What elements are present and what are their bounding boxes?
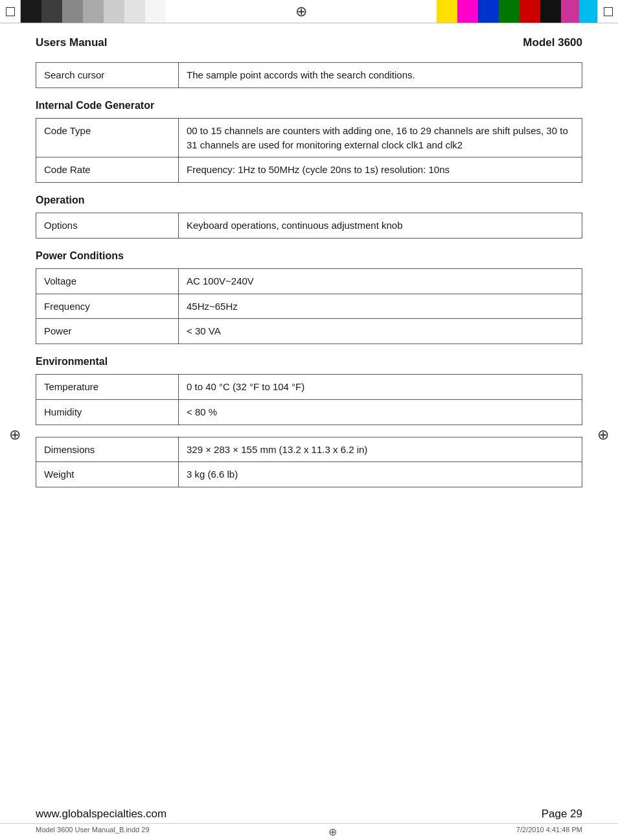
left-color-swatches bbox=[21, 0, 166, 23]
model-title: Model 3600 bbox=[523, 36, 582, 49]
section-heading-environmental: Environmental bbox=[36, 356, 582, 368]
operation-table: Options Keyboard operations, continuous … bbox=[36, 213, 582, 239]
table-row: Frequency 45Hz~65Hz bbox=[36, 294, 582, 319]
cell-value: 0 to 40 °C (32 °F to 104 °F) bbox=[179, 375, 582, 400]
center-registration-mark: ⊕ bbox=[295, 3, 307, 20]
table-row: Humidity < 80 % bbox=[36, 399, 582, 425]
bottom-strip: Model 3600 User Manual_B.indd 29 ⊕ 7/2/2… bbox=[0, 823, 618, 840]
footer-url: www.globalspecialties.com bbox=[36, 808, 166, 821]
code-generator-table: Code Type 00 to 15 channels are counters… bbox=[36, 118, 582, 183]
cell-label: Power bbox=[36, 319, 179, 344]
table-row: Weight 3 kg (6.6 lb) bbox=[36, 462, 582, 487]
cell-value: 00 to 15 channels are counters with addi… bbox=[179, 118, 582, 158]
power-table: Voltage AC 100V~240V Frequency 45Hz~65Hz… bbox=[36, 268, 582, 344]
section-heading-power: Power Conditions bbox=[36, 250, 582, 262]
table-row: Voltage AC 100V~240V bbox=[36, 268, 582, 294]
cell-value: < 30 VA bbox=[179, 319, 582, 344]
footer-page: Page 29 bbox=[542, 808, 582, 821]
cell-label: Voltage bbox=[36, 268, 179, 294]
cell-label: Dimensions bbox=[36, 437, 179, 462]
table-row: Dimensions 329 × 283 × 155 mm (13.2 x 11… bbox=[36, 437, 582, 462]
section-heading-code-generator: Internal Code Generator bbox=[36, 100, 582, 111]
cell-label: Code Rate bbox=[36, 158, 179, 183]
cell-label: Humidity bbox=[36, 399, 179, 425]
cell-value: The sample point accords with the search… bbox=[179, 63, 582, 88]
environmental-table: Temperature 0 to 40 °C (32 °F to 104 °F)… bbox=[36, 374, 582, 425]
cell-value: Keyboard operations, continuous adjustme… bbox=[179, 213, 582, 239]
bottom-right-text: 7/2/2010 4:41:48 PM bbox=[516, 826, 582, 838]
table-row: Code Type 00 to 15 channels are counters… bbox=[36, 118, 582, 158]
table-row: Power < 30 VA bbox=[36, 319, 582, 344]
cell-value: Frequency: 1Hz to 50MHz (cycle 20ns to 1… bbox=[179, 158, 582, 183]
table-row: Search cursor The sample point accords w… bbox=[36, 63, 582, 88]
cell-value: < 80 % bbox=[179, 399, 582, 425]
cell-label: Options bbox=[36, 213, 179, 239]
manual-title: Users Manual bbox=[36, 36, 108, 49]
cell-label: Code Type bbox=[36, 118, 179, 158]
cell-value: 329 × 283 × 155 mm (13.2 x 11.3 x 6.2 in… bbox=[179, 437, 582, 462]
table-row: Code Rate Frequency: 1Hz to 50MHz (cycle… bbox=[36, 158, 582, 183]
cell-value: AC 100V~240V bbox=[179, 268, 582, 294]
cell-label: Search cursor bbox=[36, 63, 179, 88]
cell-label: Frequency bbox=[36, 294, 179, 319]
left-registration-mark: ⊕ bbox=[9, 426, 21, 443]
bottom-left-text: Model 3600 User Manual_B.indd 29 bbox=[36, 826, 150, 838]
cell-value: 45Hz~65Hz bbox=[179, 294, 582, 319]
bottom-center-mark: ⊕ bbox=[328, 826, 337, 838]
cell-value: 3 kg (6.6 lb) bbox=[179, 462, 582, 487]
cell-label: Temperature bbox=[36, 375, 179, 400]
cell-label: Weight bbox=[36, 462, 179, 487]
table-row: Temperature 0 to 40 °C (32 °F to 104 °F) bbox=[36, 375, 582, 400]
search-cursor-table: Search cursor The sample point accords w… bbox=[36, 62, 582, 88]
dimensions-table: Dimensions 329 × 283 × 155 mm (13.2 x 11… bbox=[36, 437, 582, 488]
table-row: Options Keyboard operations, continuous … bbox=[36, 213, 582, 239]
right-color-swatches bbox=[437, 0, 597, 23]
page-header: Users Manual Model 3600 bbox=[36, 36, 582, 49]
right-registration-mark: ⊕ bbox=[597, 426, 609, 443]
section-heading-operation: Operation bbox=[36, 194, 582, 206]
page-footer: www.globalspecialties.com Page 29 bbox=[0, 802, 618, 823]
